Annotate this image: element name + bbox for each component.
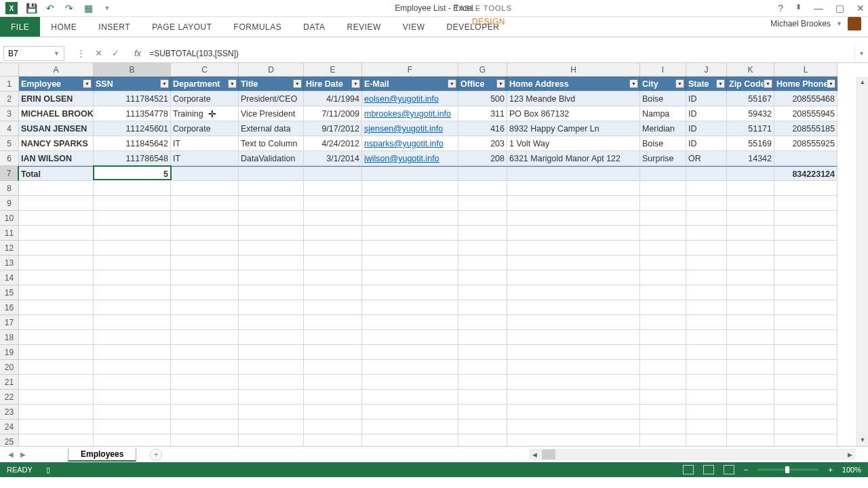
empty-cell[interactable] [458, 270, 507, 285]
empty-cell[interactable] [507, 256, 640, 270]
cell-ssn[interactable]: 111354778 [94, 106, 171, 121]
tab-formulas[interactable]: FORMULAS [223, 17, 293, 37]
empty-cell[interactable] [171, 405, 239, 420]
empty-cell[interactable] [362, 196, 458, 211]
empty-cell[interactable] [239, 405, 304, 420]
total-cell[interactable] [727, 166, 774, 181]
column-header[interactable]: K [727, 63, 774, 77]
empty-cell[interactable] [774, 360, 837, 375]
empty-cell[interactable] [171, 300, 239, 315]
empty-cell[interactable] [727, 256, 774, 270]
cell-email[interactable]: eolsen@yugotit.info [362, 92, 458, 106]
empty-cell[interactable] [686, 375, 727, 390]
row-header[interactable]: 9 [0, 196, 19, 211]
empty-cell[interactable] [686, 390, 727, 405]
cell-dept[interactable]: Corporate [171, 121, 239, 136]
empty-cell[interactable] [362, 241, 458, 256]
row-header[interactable]: 21 [0, 375, 19, 390]
cell-zip[interactable]: 14342 [727, 151, 774, 166]
empty-cell[interactable] [94, 181, 171, 196]
empty-cell[interactable] [640, 405, 686, 420]
total-cell[interactable] [304, 166, 362, 181]
fx-icon[interactable]: fx [134, 48, 141, 58]
redo-icon[interactable]: ↷ [64, 3, 75, 14]
filter-icon[interactable]: ▼ [293, 79, 302, 88]
empty-cell[interactable] [640, 420, 686, 434]
cell-hire[interactable]: 4/1/1994 [304, 92, 362, 106]
table-header[interactable]: Zip Code▼ [727, 77, 774, 92]
save-icon[interactable]: 💾 [26, 3, 37, 14]
empty-cell[interactable] [458, 211, 507, 226]
zoom-out-icon[interactable]: − [744, 466, 748, 474]
row-header[interactable]: 3 [0, 106, 19, 121]
total-cell[interactable] [239, 166, 304, 181]
empty-cell[interactable] [727, 434, 774, 446]
cell-hire[interactable]: 4/24/2012 [304, 136, 362, 151]
empty-cell[interactable] [19, 330, 94, 345]
empty-cell[interactable] [640, 196, 686, 211]
row-header[interactable]: 17 [0, 315, 19, 330]
table-header[interactable]: Office▼ [458, 77, 507, 92]
empty-cell[interactable] [458, 390, 507, 405]
scroll-right-icon[interactable]: ▶ [844, 451, 856, 458]
empty-cell[interactable] [94, 375, 171, 390]
empty-cell[interactable] [19, 241, 94, 256]
empty-cell[interactable] [19, 434, 94, 446]
empty-cell[interactable] [362, 405, 458, 420]
empty-cell[interactable] [19, 285, 94, 300]
empty-cell[interactable] [304, 241, 362, 256]
empty-cell[interactable] [362, 345, 458, 360]
empty-cell[interactable] [774, 375, 837, 390]
sheet-tab-employees[interactable]: Employees [68, 448, 136, 462]
empty-cell[interactable] [171, 420, 239, 434]
zoom-slider[interactable] [757, 468, 818, 471]
empty-cell[interactable] [686, 270, 727, 285]
cell-city[interactable]: Surprise [640, 151, 686, 166]
empty-cell[interactable] [171, 226, 239, 241]
empty-cell[interactable] [686, 345, 727, 360]
empty-cell[interactable] [640, 315, 686, 330]
cell-addr[interactable]: 6321 Marigold Manor Apt 122 [507, 151, 640, 166]
cell-title[interactable]: Vice President [239, 106, 304, 121]
empty-cell[interactable] [19, 405, 94, 420]
empty-cell[interactable] [362, 300, 458, 315]
cell-state[interactable]: ID [686, 136, 727, 151]
enter-icon[interactable]: ✓ [112, 48, 119, 58]
minimize-icon[interactable]: — [814, 3, 823, 14]
cell-state[interactable]: ID [686, 92, 727, 106]
empty-cell[interactable] [774, 285, 837, 300]
empty-cell[interactable] [239, 315, 304, 330]
empty-cell[interactable] [239, 390, 304, 405]
empty-cell[interactable] [239, 285, 304, 300]
empty-cell[interactable] [507, 241, 640, 256]
column-header[interactable]: L [774, 63, 837, 77]
empty-cell[interactable] [239, 345, 304, 360]
empty-cell[interactable] [774, 405, 837, 420]
empty-cell[interactable] [774, 390, 837, 405]
cell-city[interactable]: Boise [640, 136, 686, 151]
close-icon[interactable]: ✕ [856, 3, 865, 14]
empty-cell[interactable] [774, 270, 837, 285]
empty-cell[interactable] [727, 285, 774, 300]
row-header[interactable]: 2 [0, 92, 19, 106]
empty-cell[interactable] [19, 226, 94, 241]
empty-cell[interactable] [774, 181, 837, 196]
empty-cell[interactable] [239, 300, 304, 315]
empty-cell[interactable] [727, 405, 774, 420]
empty-cell[interactable] [171, 285, 239, 300]
row-header[interactable]: 20 [0, 360, 19, 375]
zoom-in-icon[interactable]: + [828, 466, 832, 474]
empty-cell[interactable] [686, 226, 727, 241]
cell-addr[interactable]: 1 Volt Way [507, 136, 640, 151]
formula-expand-icon[interactable]: ▾ [854, 44, 868, 62]
cell-city[interactable]: Meridian [640, 121, 686, 136]
empty-cell[interactable] [239, 360, 304, 375]
empty-cell[interactable] [458, 405, 507, 420]
empty-cell[interactable] [304, 181, 362, 196]
empty-cell[interactable] [239, 375, 304, 390]
empty-cell[interactable] [94, 390, 171, 405]
cell-phone[interactable]: 208555468 [774, 92, 837, 106]
table-header[interactable]: Home Address▼ [507, 77, 640, 92]
cell-employee[interactable]: ERIN OLSEN [19, 92, 94, 106]
cell-city[interactable]: Boise [640, 92, 686, 106]
